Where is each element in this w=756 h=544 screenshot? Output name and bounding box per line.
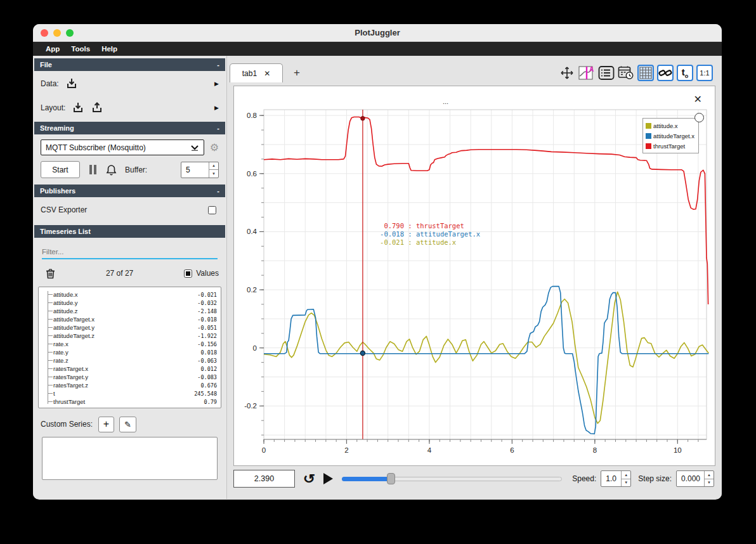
file-section-header[interactable]: File -: [34, 58, 225, 71]
streaming-source-select[interactable]: MQTT Subscriber (Mosquitto): [41, 139, 204, 155]
timeseries-row[interactable]: attitudeTarget.y-0.051: [53, 323, 217, 332]
custom-series-label: Custom Series:: [41, 420, 93, 429]
menu-item-app[interactable]: App: [41, 45, 65, 53]
time-offset-toggle[interactable]: to: [677, 65, 693, 81]
collapse-icon[interactable]: -: [217, 187, 219, 195]
plot-legend[interactable]: attitude.xattitudeTarget.xthrustTarget: [642, 118, 699, 153]
timeseries-row[interactable]: thrustTarget0.79: [53, 398, 217, 406]
zoom-window-button[interactable]: [66, 29, 74, 37]
buffer-spinbox[interactable]: 5 ▲▼: [181, 162, 219, 178]
timeseries-row[interactable]: ratesTarget.x0.012: [53, 365, 217, 373]
streaming-settings-gear-icon[interactable]: ⚙: [210, 141, 219, 153]
edit-custom-series-button[interactable]: ✎: [119, 417, 136, 432]
tracker-dot-thrust: [361, 117, 365, 120]
series-name: attitude.z: [53, 308, 78, 314]
chevron-down-icon: [190, 145, 199, 151]
timeseries-row[interactable]: ratesTarget.y-0.083: [53, 373, 217, 381]
close-window-button[interactable]: [41, 29, 48, 37]
close-tab-icon[interactable]: ✕: [264, 69, 270, 78]
legend-swatch: [646, 143, 651, 149]
data-label: Data:: [41, 79, 59, 88]
collapse-icon[interactable]: -: [217, 124, 219, 132]
legend-entry[interactable]: thrustTarget: [646, 141, 694, 151]
csv-exporter-checkbox[interactable]: [208, 206, 216, 214]
app-window: PlotJuggler AppToolsHelp File - Data: ▶ …: [33, 24, 722, 500]
legend-entry[interactable]: attitudeTarget.x: [646, 131, 694, 141]
svg-text:6: 6: [510, 446, 514, 454]
legend-entry[interactable]: attitude.x: [646, 120, 694, 131]
timeseries-row[interactable]: attitude.y-0.032: [53, 299, 217, 307]
ratio-1-1-toggle[interactable]: 1:1: [696, 65, 713, 81]
timeseries-row[interactable]: t245.548: [53, 389, 217, 398]
grid-layout-toggle[interactable]: [637, 65, 654, 81]
current-time-display[interactable]: 2.390: [233, 470, 295, 488]
load-data-icon[interactable]: [65, 78, 78, 89]
pencil-icon: ✎: [124, 420, 131, 429]
spin-up-icon[interactable]: ▲: [705, 471, 714, 479]
start-button[interactable]: Start: [41, 161, 80, 178]
spin-up-icon[interactable]: ▲: [209, 162, 218, 171]
menu-item-help[interactable]: Help: [96, 45, 122, 53]
trash-icon[interactable]: [46, 268, 55, 279]
edit-curves-icon[interactable]: A: [578, 65, 595, 81]
step-size-spinbox[interactable]: 0.000 ▲▼: [676, 470, 714, 487]
link-axes-toggle[interactable]: [657, 65, 674, 81]
datetime-icon[interactable]: [618, 65, 634, 81]
spin-down-icon[interactable]: ▼: [622, 479, 630, 487]
tab-tab1[interactable]: tab1 ✕: [230, 63, 283, 82]
play-icon[interactable]: [323, 473, 333, 484]
series-value: -0.063: [197, 358, 217, 364]
svg-text:0.4: 0.4: [247, 228, 257, 235]
collapse-icon[interactable]: -: [217, 61, 219, 68]
timeseries-row[interactable]: attitudeTarget.x-0.018: [53, 315, 217, 323]
timeseries-row[interactable]: attitude.z-2.148: [53, 307, 217, 315]
list-view-icon[interactable]: [598, 65, 615, 81]
timeseries-section-header[interactable]: Timeseries List: [34, 225, 225, 238]
spin-down-icon[interactable]: ▼: [209, 170, 218, 178]
timeseries-row[interactable]: rate.x-0.156: [53, 340, 217, 348]
series-value: 0.676: [200, 382, 217, 389]
csv-exporter-label: CSV Exporter: [41, 205, 87, 214]
svg-text:2: 2: [344, 446, 348, 454]
add-custom-series-button[interactable]: +: [98, 417, 114, 432]
timeseries-row[interactable]: rate.z-0.063: [53, 356, 217, 365]
svg-text:A: A: [589, 66, 594, 73]
filter-input[interactable]: [42, 248, 218, 256]
time-slider[interactable]: [342, 473, 562, 484]
plot-canvas[interactable]: 0246810-0.200.20.40.60.8: [234, 108, 716, 467]
custom-series-list[interactable]: [42, 437, 218, 480]
load-layout-icon[interactable]: [72, 102, 84, 113]
series-name: t: [53, 390, 55, 397]
spin-down-icon[interactable]: ▼: [705, 479, 714, 487]
timeseries-row[interactable]: ratesTarget.z0.676: [53, 381, 217, 389]
values-checkbox[interactable]: [184, 269, 192, 278]
menu-item-tools[interactable]: Tools: [66, 45, 95, 53]
minimize-window-button[interactable]: [53, 29, 61, 37]
series-value: -0.021: [197, 292, 217, 298]
series-count: 27 of 27: [106, 269, 133, 278]
timeseries-row[interactable]: attitudeTarget.z-1.922: [53, 332, 217, 340]
series-value: -0.083: [197, 374, 217, 380]
slider-handle[interactable]: [387, 473, 395, 484]
close-plot-icon[interactable]: ✕: [694, 93, 702, 105]
series-value: -1.922: [197, 333, 217, 339]
spin-up-icon[interactable]: ▲: [622, 471, 630, 479]
zoom-out-circle-icon[interactable]: [694, 113, 704, 122]
timeseries-row[interactable]: rate.y0.018: [53, 348, 217, 356]
speed-spinbox[interactable]: 1.0 ▲▼: [601, 470, 631, 487]
publishers-section-header[interactable]: Publishers -: [34, 185, 225, 197]
add-tab-button[interactable]: +: [294, 67, 300, 79]
speed-label: Speed:: [572, 474, 596, 483]
svg-text:-0.2: -0.2: [244, 402, 257, 410]
timeseries-list[interactable]: attitude.x-0.021attitude.y-0.032attitude…: [38, 287, 221, 408]
pan-view-icon[interactable]: [559, 65, 575, 81]
pause-icon[interactable]: [89, 165, 96, 174]
notifications-bell-icon[interactable]: [106, 164, 117, 176]
save-layout-icon[interactable]: [91, 102, 103, 113]
plot-widget[interactable]: ... ✕ attitude.xattitudeTarget.xthrustTa…: [233, 86, 715, 466]
layout-menu-arrow-icon[interactable]: ▶: [214, 105, 219, 111]
loop-icon[interactable]: ↺: [303, 471, 315, 486]
data-menu-arrow-icon[interactable]: ▶: [214, 81, 219, 87]
streaming-section-header[interactable]: Streaming -: [34, 122, 225, 134]
timeseries-row[interactable]: attitude.x-0.021: [53, 290, 217, 299]
